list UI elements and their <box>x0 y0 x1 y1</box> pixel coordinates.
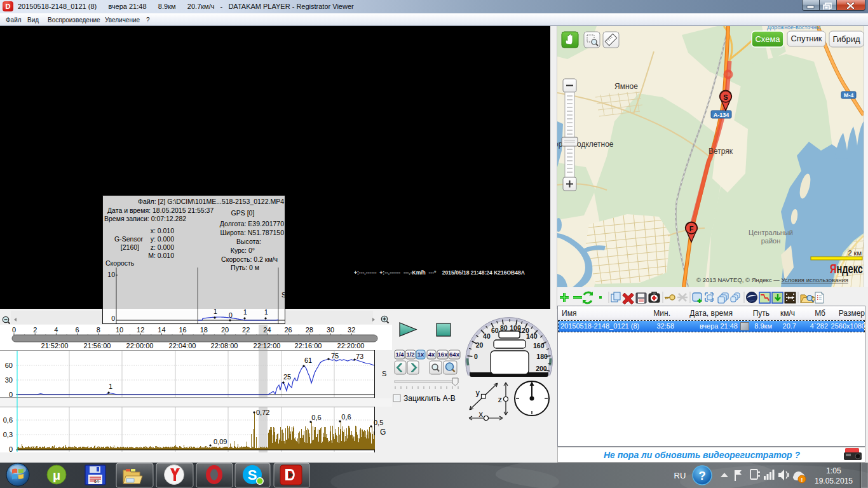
svg-text:160: 160 <box>533 342 545 349</box>
svg-text:Ветряк: Ветряк <box>709 147 733 156</box>
svg-text:32: 32 <box>348 326 355 334</box>
svg-text:z: 0.000: z: 0.000 <box>151 243 175 251</box>
svg-text:73: 73 <box>356 353 363 360</box>
svg-text:200: 200 <box>536 365 547 372</box>
svg-text:Спутник: Спутник <box>790 34 822 43</box>
svg-text:Яндекс: Яндекс <box>830 261 863 276</box>
svg-text:y: y <box>476 388 480 397</box>
svg-text:GPS [0]: GPS [0] <box>231 209 255 217</box>
svg-text:1/2: 1/2 <box>406 351 414 358</box>
svg-text:22:08:00: 22:08:00 <box>211 342 238 349</box>
svg-text:64·: 64· <box>94 479 100 484</box>
svg-text:© 2013 NAVTEQ, © Яндекс — Усло: © 2013 NAVTEQ, © Яндекс — Условия исполь… <box>696 276 848 283</box>
svg-text:Курс: 0°: Курс: 0° <box>231 247 255 254</box>
svg-text:19.05.2015: 19.05.2015 <box>815 477 853 485</box>
svg-text:20: 20 <box>476 341 484 349</box>
svg-text:22:04:00: 22:04:00 <box>169 342 196 349</box>
svg-text:16x: 16x <box>438 351 449 358</box>
svg-text:Файл: [2] G:\DCIM\101ME...518-: Файл: [2] G:\DCIM\101ME...518-2153_0122.… <box>138 198 284 205</box>
svg-text:одклетное: одклетное <box>577 140 614 149</box>
svg-text:22:00:00: 22:00:00 <box>126 342 154 349</box>
svg-text:G-Sensor: G-Sensor <box>114 235 143 243</box>
svg-text:18: 18 <box>200 326 208 334</box>
svg-text:64x: 64x <box>449 351 460 358</box>
svg-text:10: 10 <box>107 271 115 278</box>
svg-text:12: 12 <box>137 326 144 334</box>
svg-text:Широта: N51.787150: Широта: N51.787150 <box>220 229 284 236</box>
svg-text:24: 24 <box>263 326 271 334</box>
svg-text:30: 30 <box>327 326 334 334</box>
svg-text:район: район <box>761 237 781 245</box>
svg-text:40: 40 <box>483 332 491 340</box>
svg-text:1/4: 1/4 <box>395 351 404 358</box>
svg-text:8: 8 <box>97 326 100 334</box>
svg-text:S: S <box>248 467 257 483</box>
svg-text:z: z <box>498 395 503 404</box>
svg-text:30: 30 <box>5 376 13 384</box>
svg-text:0,5: 0,5 <box>374 419 383 426</box>
svg-text:0: 0 <box>9 445 13 453</box>
svg-text:14: 14 <box>158 326 165 334</box>
svg-text:0,09: 0,09 <box>214 438 227 445</box>
svg-text:x: x <box>479 409 484 419</box>
svg-text:Центральный: Центральный <box>749 229 793 236</box>
svg-text:0,72: 0,72 <box>256 409 269 416</box>
svg-text:Долгота: E39.201770: Долгота: E39.201770 <box>220 220 284 227</box>
svg-text:Дата и время: 18.05.2015 21:55: Дата и время: 18.05.2015 21:55:37 <box>107 207 214 214</box>
svg-text:60: 60 <box>5 362 13 369</box>
svg-text:1: 1 <box>243 308 247 316</box>
svg-text:2: 2 <box>33 326 37 334</box>
svg-text:S: S <box>723 93 728 101</box>
svg-text:Время записи: 0:07:12.282: Время записи: 0:07:12.282 <box>104 215 186 222</box>
svg-text:x: 0.010: x: 0.010 <box>151 227 175 234</box>
svg-text:S: S <box>281 291 285 299</box>
svg-text:F: F <box>689 225 694 233</box>
svg-text:20: 20 <box>221 326 229 334</box>
svg-text:22:12:00: 22:12:00 <box>254 342 281 349</box>
svg-text:y: 0.000: y: 0.000 <box>151 235 175 243</box>
svg-text:80: 80 <box>500 324 508 332</box>
svg-text:?: ? <box>698 469 706 482</box>
svg-text:180: 180 <box>536 353 548 360</box>
svg-text:0: 0 <box>9 391 13 398</box>
svg-text:Скорость: 0.2 км/ч: Скорость: 0.2 км/ч <box>221 255 278 263</box>
svg-text:60: 60 <box>491 327 499 334</box>
svg-text:4: 4 <box>54 326 58 334</box>
svg-text:[2160]: [2160] <box>121 243 139 251</box>
svg-text:Ямное: Ямное <box>614 82 638 91</box>
svg-text:16: 16 <box>179 326 186 334</box>
svg-text:G: G <box>380 428 386 437</box>
svg-text:0,6: 0,6 <box>3 416 13 424</box>
svg-text:0,6: 0,6 <box>311 414 321 421</box>
svg-text:2 км: 2 км <box>848 249 862 257</box>
svg-text:6: 6 <box>76 326 79 334</box>
svg-text:4x: 4x <box>428 351 435 358</box>
svg-text:Скорость: Скорость <box>105 259 135 267</box>
svg-text:µ: µ <box>53 468 60 482</box>
svg-text:140: 140 <box>526 332 538 340</box>
svg-text:26: 26 <box>284 326 292 334</box>
svg-text:22:16:00: 22:16:00 <box>295 342 322 349</box>
svg-text:Дорожное-восточны: Дорожное-восточны <box>767 26 820 30</box>
svg-text:61: 61 <box>304 356 312 364</box>
svg-text:10: 10 <box>116 326 123 334</box>
svg-text:1:05: 1:05 <box>826 466 841 475</box>
svg-text:0: 0 <box>12 326 16 334</box>
svg-text:25: 25 <box>283 373 291 381</box>
svg-text:Схема: Схема <box>755 34 780 44</box>
svg-text:M: 0.010: M: 0.010 <box>148 252 174 259</box>
svg-text:21:52:00: 21:52:00 <box>41 342 69 349</box>
svg-text:RU: RU <box>674 471 686 480</box>
svg-text:М-4: М-4 <box>844 92 854 98</box>
svg-text:0,3: 0,3 <box>3 431 13 438</box>
svg-text:Высота:: Высота: <box>236 238 261 245</box>
svg-text:0: 0 <box>111 315 115 322</box>
svg-text:1: 1 <box>264 308 268 316</box>
svg-text:1x: 1x <box>417 351 424 358</box>
svg-text:0: 0 <box>474 353 478 360</box>
svg-text:0,6: 0,6 <box>341 413 351 421</box>
svg-text:А-134: А-134 <box>714 112 729 118</box>
svg-text:1: 1 <box>109 383 112 390</box>
svg-text:21:56:00: 21:56:00 <box>84 342 111 349</box>
svg-text:!: ! <box>801 477 803 483</box>
